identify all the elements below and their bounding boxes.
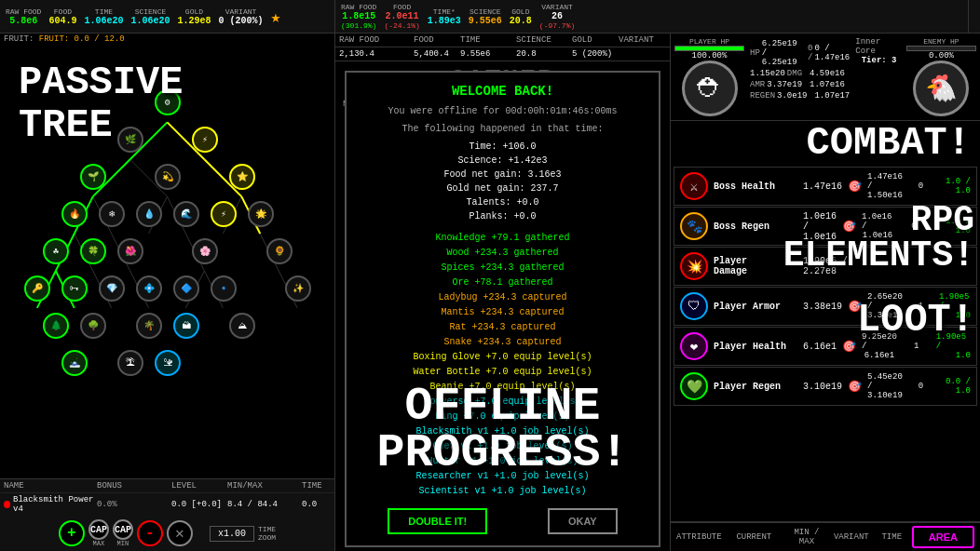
tree-node[interactable]: 🌊 bbox=[173, 201, 199, 227]
gather-values: 2,130.4 5,400.4 9.55e6 20.8 5 (200%) bbox=[335, 47, 670, 61]
tree-node[interactable]: ❄ bbox=[99, 201, 125, 227]
cap-min-group: CAP MIN bbox=[113, 519, 133, 547]
tree-node[interactable]: ⭐ bbox=[229, 164, 255, 190]
tree-node[interactable]: 💠 bbox=[136, 276, 162, 302]
target-icon-4: 🎯 bbox=[848, 300, 862, 314]
okay-button[interactable]: OKAY bbox=[548, 508, 618, 534]
tree-node[interactable]: 🗝 bbox=[61, 276, 88, 302]
offline-orange-items: Ladybug +234.3 captured Mantis +234.3 ca… bbox=[358, 290, 647, 350]
tree-node[interactable]: 🏜 bbox=[155, 350, 181, 376]
skill-dot bbox=[4, 501, 10, 508]
player-regen-row: 💚 Player Regen 3.10e19 🎯 5.45e20 / 3.10e… bbox=[674, 367, 977, 406]
tree-node[interactable]: 🏝 bbox=[117, 350, 143, 376]
minmax-header: MIN /MAX bbox=[786, 528, 827, 546]
cap-max-label: MAX bbox=[93, 540, 105, 547]
tree-node[interactable]: 🏔 bbox=[173, 313, 199, 339]
combat-big-text: COMBAT! bbox=[671, 121, 980, 166]
target-icon-6: 🎯 bbox=[848, 380, 862, 394]
enemy-hp-pct: 0.00% bbox=[929, 51, 954, 60]
left-bottom-row: Blacksmith Power v4 0.0% 0.0 [+0.0] 8.4 … bbox=[0, 493, 334, 516]
player-damage-icon: 💥 bbox=[680, 252, 708, 280]
variant-stat-right: VARIANT 26 (-97.7%) bbox=[539, 3, 575, 30]
science-stat-left: SCIENCE 1.06e20 bbox=[130, 7, 170, 26]
tree-node[interactable]: 🌳 bbox=[80, 313, 106, 339]
tree-node[interactable]: 💧 bbox=[136, 201, 162, 227]
tree-node[interactable]: ☘ bbox=[43, 238, 69, 264]
time-label: TIME bbox=[258, 525, 276, 533]
passive-tree-title: PASSIVETREE bbox=[19, 61, 183, 147]
offline-buttons: DOUBLE IT! OKAY bbox=[358, 508, 647, 534]
boss-health-minmax: 1.47e16 / 1.50e16 bbox=[867, 172, 903, 200]
tree-node[interactable]: 🌸 bbox=[192, 238, 218, 264]
tree-node[interactable]: 🌺 bbox=[117, 238, 143, 264]
top-right-stats: RAW FOOD 1.8e15 (301.9%) FOOD 2.0e11 (-2… bbox=[335, 0, 969, 33]
combat-stats-box: HP 6.25e19 / 6.25e19 0 / 0 / 1.47e16 1.1… bbox=[748, 37, 851, 116]
player-armor-icon: 🛡 bbox=[680, 292, 708, 320]
tree-node[interactable]: 🗻 bbox=[61, 350, 88, 376]
tree-node[interactable]: ⚡ bbox=[211, 201, 237, 227]
cap-max-button[interactable]: CAP bbox=[88, 519, 109, 540]
offline-duration: You were offline for 00d:00h:01m:46s:00m… bbox=[358, 106, 647, 116]
player-armor-minmax: 2.65e20 / 3.38e19 bbox=[867, 292, 903, 320]
offline-green-items: Knowledge +79.1 gathered Wood +234.3 gat… bbox=[358, 231, 647, 290]
tree-node[interactable]: 🌟 bbox=[248, 201, 274, 227]
double-it-button[interactable]: DOUBLE IT! bbox=[388, 508, 487, 534]
gold-stat-left: GOLD 1.29e8 bbox=[177, 7, 211, 26]
offline-big-text: OFFLINEPROGRESS! bbox=[335, 383, 670, 477]
tree-node[interactable]: 🌻 bbox=[266, 238, 293, 264]
tree-node[interactable]: 🔹 bbox=[211, 276, 237, 302]
plus-button[interactable]: + bbox=[59, 520, 85, 546]
main-content: FRUIT: FRUIT: 0.0 / 12.0 PASSIVETREE bbox=[0, 34, 980, 551]
rpg-rows-container: RPGELEMENTS! LOOT! ⚔ Boss Health 1.47e16… bbox=[671, 166, 980, 407]
combat-stat-row-1: HP 6.25e19 / 6.25e19 0 / 0 / 1.47e16 bbox=[750, 39, 850, 67]
star-icon-left[interactable]: ★ bbox=[270, 7, 280, 27]
tree-node[interactable]: 💫 bbox=[155, 164, 181, 190]
variant-header: VARIANT bbox=[831, 532, 872, 542]
minus-button[interactable]: - bbox=[137, 520, 163, 546]
player-armor-variant: 1 bbox=[908, 302, 933, 311]
boss-health-icon: ⚔ bbox=[680, 172, 708, 200]
left-bottom-panel: NAME BONUS LEVEL MIN/MAX TIME Blacksmith… bbox=[0, 478, 334, 551]
target-icon-5: 🎯 bbox=[842, 340, 856, 354]
raw-food-stat-left: RAW FOOD 5.8e6 bbox=[6, 7, 41, 26]
boss-regen-minmax: 1.0e16 / 1.0e16 bbox=[862, 212, 893, 240]
player-armor-name: Player Armor bbox=[714, 302, 797, 312]
tree-node[interactable]: 🔷 bbox=[173, 276, 199, 302]
gold-stat-right: GOLD 20.8 bbox=[510, 7, 532, 26]
player-regen-current: 3.10e19 bbox=[803, 382, 842, 392]
tree-node[interactable]: 🌱 bbox=[80, 164, 106, 190]
cap-min-label: MIN bbox=[117, 540, 129, 547]
combat-stat-row-4: REGEN 3.0e19 1.07e17 bbox=[750, 91, 850, 101]
current-header: CURRENT bbox=[726, 532, 783, 542]
close-button[interactable]: ✕ bbox=[167, 520, 193, 546]
combat-stat-row-2: 1.15e20 DMG 4.59e16 bbox=[750, 69, 850, 78]
boss-regen-icon: 🐾 bbox=[680, 212, 708, 240]
boss-regen-time: 1.0 / 1.0 bbox=[934, 217, 971, 235]
player-armor-row: 🛡 Player Armor 3.38e19 🎯 2.65e20 / 3.38e… bbox=[674, 287, 977, 326]
boss-regen-variant: 0 bbox=[899, 222, 929, 231]
area-button[interactable]: AREA bbox=[912, 526, 974, 548]
raw-food-stat-right: RAW FOOD 1.8e15 (301.9%) bbox=[341, 3, 376, 30]
time-header: TIME bbox=[876, 532, 908, 542]
boss-regen-current: 1.0e16 /1.0e16 bbox=[803, 211, 837, 242]
player-health-current: 6.16e1 bbox=[803, 342, 837, 352]
tree-node[interactable]: ⛰ bbox=[229, 313, 255, 339]
tree-node[interactable]: 🌴 bbox=[136, 313, 162, 339]
offline-title: WELCOME BACK! bbox=[358, 84, 647, 99]
tree-node[interactable]: 🍀 bbox=[80, 238, 106, 264]
boss-regen-name: Boss Regen bbox=[714, 222, 797, 232]
tier-box: Inner Core Tier: 3 bbox=[855, 37, 903, 116]
tree-node[interactable]: 💎 bbox=[99, 276, 125, 302]
science-stat-right: SCIENCE 9.55e6 bbox=[469, 7, 502, 26]
cap-min-button[interactable]: CAP bbox=[113, 519, 133, 540]
skill-name-cell: Blacksmith Power v4 bbox=[4, 495, 97, 514]
tree-node[interactable]: 🌲 bbox=[43, 313, 69, 339]
player-regen-name: Player Regen bbox=[714, 382, 797, 392]
tree-node[interactable]: ✨ bbox=[285, 276, 311, 302]
player-regen-time: 0.0 / 1.0 bbox=[939, 377, 971, 396]
time-stat-left: TIME 1.06e20 bbox=[84, 7, 123, 26]
tree-node[interactable]: ⚡ bbox=[192, 127, 218, 153]
tree-node[interactable]: 🔑 bbox=[24, 276, 50, 302]
tree-node[interactable]: 🔥 bbox=[61, 201, 88, 227]
food-stat-right: FOOD 2.0e11 (-24.1%) bbox=[384, 3, 419, 30]
